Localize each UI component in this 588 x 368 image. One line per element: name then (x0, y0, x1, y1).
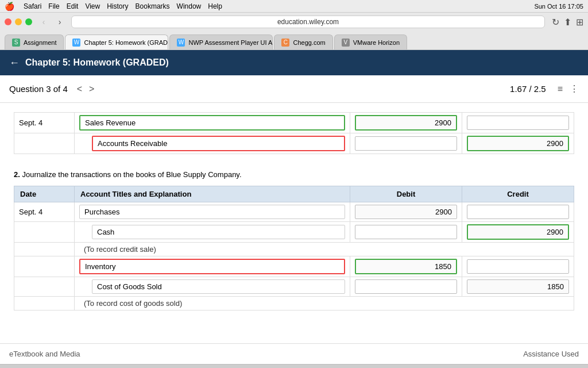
credit-cell-s2-r3 (462, 256, 574, 277)
close-button[interactable] (5, 18, 11, 25)
browser-chrome: ‹ › education.wiley.com ↻ ⬆ ⊞ S Assignme… (0, 13, 588, 50)
tab-favicon-chapter5: W (72, 39, 80, 47)
footer-left[interactable]: eTextbook and Media (9, 350, 80, 358)
account-cell-s1-r1 (75, 113, 350, 133)
col-header-account: Account Titles and Explanation (75, 186, 350, 202)
table-row (14, 256, 574, 277)
account-input-s2-r1[interactable] (79, 205, 345, 219)
tab-chapter5[interactable]: W Chapter 5: Homework (GRADED) (65, 34, 168, 49)
menu-edit[interactable]: Edit (67, 2, 79, 10)
menu-window[interactable]: Window (177, 2, 202, 10)
footer-right: Assistance Used (523, 350, 579, 358)
account-input-s2-r3[interactable] (79, 259, 345, 274)
date-cell-s1: Sept. 4 (14, 113, 75, 133)
credit-input-s1-r1[interactable] (467, 116, 569, 130)
tab-label-vmware: VMware Horizon (353, 39, 400, 46)
next-question-button[interactable]: > (86, 83, 98, 95)
content-area: Sept. 4 (0, 103, 588, 343)
menu-bookmarks[interactable]: Bookmarks (136, 2, 170, 10)
credit-cell-s1-r2 (462, 133, 574, 154)
tab-chegg[interactable]: C Chegg.com (274, 34, 332, 49)
back-button[interactable]: ← (9, 57, 20, 69)
debit-cell-s2-r1 (350, 202, 462, 222)
tab-nwp[interactable]: W NWP Assessment Player UI Application (169, 34, 273, 49)
debit-input-s1-r1[interactable] (355, 115, 457, 131)
reload-icon[interactable]: ↻ (552, 17, 559, 28)
app-header: ← Chapter 5: Homework (GRADED) (0, 50, 588, 75)
traffic-lights (5, 18, 32, 25)
note-date-empty-2 (14, 297, 75, 310)
date-cell-s1-empty (14, 133, 75, 154)
section2-table: Date Account Titles and Explanation Debi… (14, 186, 574, 310)
question-label: Question 3 of 4 (9, 84, 68, 94)
fullscreen-button[interactable] (25, 18, 32, 25)
table-row (14, 277, 574, 297)
debit-input-s2-r3[interactable] (355, 259, 457, 274)
back-nav-button[interactable]: ‹ (37, 15, 51, 29)
table-row-note: (To record cost of goods sold) (14, 297, 574, 310)
credit-cell-s2-r2 (462, 222, 574, 243)
date-cell-s2-r4-empty (14, 277, 75, 297)
menu-safari[interactable]: Safari (24, 2, 41, 10)
col-header-credit: Credit (462, 186, 574, 202)
menu-history[interactable]: History (107, 2, 128, 10)
account-input-s2-r2[interactable] (92, 225, 345, 239)
credit-input-s1-r2[interactable] (467, 136, 569, 151)
tab-favicon-vmware: V (342, 39, 350, 47)
menu-view[interactable]: View (85, 2, 100, 10)
menubar-clock: Sun Oct 16 17:05 (534, 3, 583, 10)
section1-table: Sept. 4 (14, 112, 574, 154)
section2-title: 2. Journalize the transactions on the bo… (14, 170, 574, 179)
tab-label-assignment: Assignment (24, 39, 56, 46)
credit-cell-s2-r1 (462, 202, 574, 222)
tab-label-chapter5: Chapter 5: Homework (GRADED) (84, 39, 168, 46)
table-row: Sept. 4 (14, 113, 574, 133)
menu-help[interactable]: Help (208, 2, 222, 10)
prev-question-button[interactable]: < (74, 83, 86, 95)
tab-favicon-assignment: S (12, 39, 20, 47)
account-input-s2-r4[interactable] (92, 279, 345, 294)
tab-assignment[interactable]: S Assignment (5, 34, 64, 49)
debit-input-s2-r2[interactable] (355, 225, 457, 239)
debit-cell-s2-r3 (350, 256, 462, 277)
debit-input-s2-r4[interactable] (355, 279, 457, 294)
list-icon[interactable]: ≡ (558, 84, 563, 94)
table-row-note: (To record credit sale) (14, 243, 574, 256)
debit-input-s2-r1[interactable] (355, 205, 457, 219)
question-nav: Question 3 of 4 < > 1.67 / 2.5 ≡ ⋮ (0, 75, 588, 103)
debit-cell-s2-r2 (350, 222, 462, 243)
note-date-empty (14, 243, 75, 256)
tab-vmware[interactable]: V VMware Horizon (334, 34, 407, 49)
table-header-row: Date Account Titles and Explanation Debi… (14, 186, 574, 202)
credit-cell-s2-r4 (462, 277, 574, 297)
more-icon[interactable]: ⋮ (570, 83, 579, 94)
score-display: 1.67 / 2.5 (510, 84, 546, 94)
browser-toolbar: ‹ › education.wiley.com ↻ ⬆ ⊞ (0, 13, 588, 31)
credit-input-s2-r3[interactable] (467, 259, 569, 274)
account-cell-s1-r2 (75, 133, 350, 154)
col-header-debit: Debit (350, 186, 462, 202)
date-cell-s2-r3-empty (14, 256, 75, 277)
url-bar[interactable]: education.wiley.com (71, 16, 545, 28)
tab-favicon-nwp: W (177, 39, 185, 47)
apple-menu[interactable]: 🍎 (5, 2, 14, 11)
note-cell-1: (To record credit sale) (75, 243, 574, 256)
credit-input-s2-r1[interactable] (467, 205, 569, 219)
menubar: 🍎 Safari File Edit View History Bookmark… (0, 0, 588, 13)
account-input-s1-r2[interactable] (92, 136, 345, 151)
debit-cell-s2-r4 (350, 277, 462, 297)
credit-input-s2-r2[interactable] (467, 224, 569, 240)
menu-file[interactable]: File (48, 2, 59, 10)
share-icon[interactable]: ⬆ (564, 17, 571, 28)
debit-input-s1-r2[interactable] (355, 136, 457, 151)
table-row (14, 222, 574, 243)
app-title: Chapter 5: Homework (GRADED) (25, 57, 169, 68)
credit-cell-s1-r1 (462, 113, 574, 133)
tab-bar: S Assignment W Chapter 5: Homework (GRAD… (0, 31, 588, 49)
minimize-button[interactable] (15, 18, 22, 25)
forward-nav-button[interactable]: › (53, 15, 67, 29)
new-tab-icon[interactable]: ⊞ (576, 17, 583, 28)
credit-input-s2-r4[interactable] (467, 279, 569, 294)
tab-label-nwp: NWP Assessment Player UI Application (188, 39, 273, 46)
account-input-s1-r1[interactable] (79, 115, 345, 131)
